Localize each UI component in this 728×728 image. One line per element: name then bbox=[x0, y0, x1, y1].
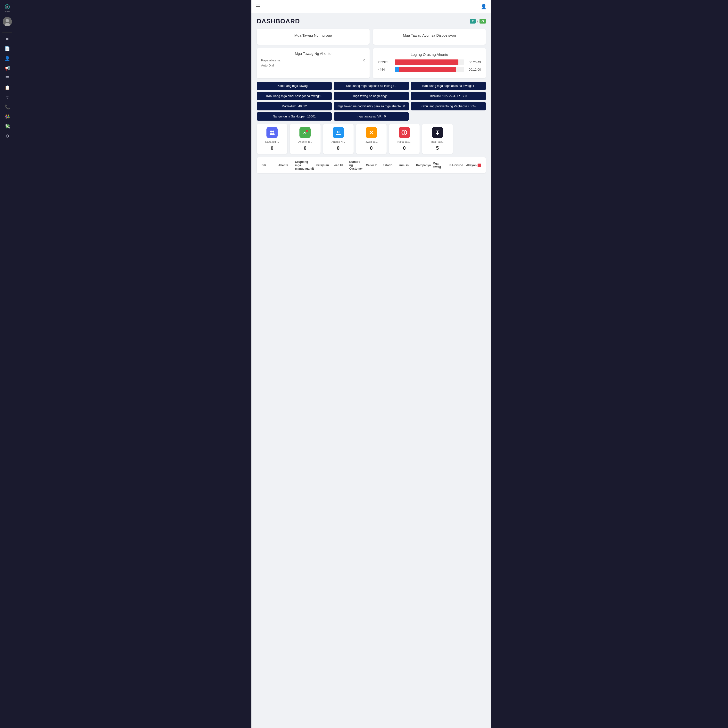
top-cards-row: Mga Tawag Ng Ingroup Mga Tawag Ayon sa D… bbox=[257, 29, 486, 44]
aksyon-label: Aksyon bbox=[466, 164, 477, 167]
ingroup-card: Mga Tawag Ng Ingroup bbox=[257, 29, 370, 44]
th-mga-tawag: Mga tawag bbox=[432, 162, 448, 169]
hour-log-id-0: 232323 bbox=[378, 60, 392, 64]
metric-card-1: Ahente In... 0 bbox=[290, 124, 320, 154]
agent-calls-label-0: Papalabas na bbox=[261, 58, 280, 62]
agent-calls-title: Mga Tawag Ng Ahente bbox=[261, 52, 365, 55]
hour-log-id-1: 4444 bbox=[378, 68, 392, 71]
metric-label-1: Ahente In... bbox=[298, 140, 312, 144]
metric-card-3: Tawag sa ... 0 bbox=[356, 124, 387, 154]
stat-btn-6[interactable]: Mada-dial: 548532 bbox=[257, 102, 332, 110]
agent-calls-label-1: Auto Dial bbox=[261, 64, 274, 67]
metric-icon-wrap-2: i bbox=[333, 127, 344, 138]
sidebar: D DIALER ■ 📄 👤 📢 ☰ 📋 ▿ 📞 👫 💸 ⚙ bbox=[0, 0, 15, 728]
metric-label-3: Tawag sa ... bbox=[364, 140, 379, 144]
th-grupo: Grupo ng mga manggagamit bbox=[294, 160, 315, 170]
metric-icon-wrap-1 bbox=[300, 127, 310, 138]
bar-container-1 bbox=[395, 67, 464, 72]
contacts-icon[interactable]: 👫 bbox=[3, 113, 11, 121]
bar-fill-0 bbox=[395, 60, 459, 65]
dashboard-icon[interactable]: ■ bbox=[3, 35, 11, 43]
metric-value-0: 0 bbox=[271, 145, 273, 151]
metric-value-4: 0 bbox=[403, 145, 406, 151]
stat-btn-10[interactable]: mga tawag sa IVR : 0 bbox=[334, 112, 408, 121]
page-header: DASHBOARD T / G bbox=[257, 17, 486, 25]
sidebar-divider-1 bbox=[2, 32, 12, 33]
metric-icon-wrap-4 bbox=[399, 127, 410, 138]
svg-point-8 bbox=[272, 130, 274, 133]
metric-card-4: Naka-pau... 0 bbox=[389, 124, 419, 154]
topbar-left: ☰ bbox=[256, 4, 260, 9]
stat-btn-1[interactable]: Kabuuang mga papasok na tawag : 0 bbox=[334, 82, 408, 90]
svg-rect-15 bbox=[336, 134, 341, 135]
stats-grid: Kabuuang mga Tawag: 1 Kabuuang mga papas… bbox=[257, 82, 486, 121]
topbar: ☰ 👤 bbox=[251, 0, 491, 13]
th-lead-id: Lead Id bbox=[332, 164, 348, 167]
th-estado: Estado bbox=[382, 164, 398, 167]
filter-icon[interactable]: ▿ bbox=[3, 93, 11, 101]
reports-icon[interactable]: 📄 bbox=[3, 44, 11, 53]
th-caller-id: Caller Id bbox=[365, 164, 382, 167]
metric-icon-wrap-5 bbox=[432, 127, 443, 138]
agent-calls-card: Mga Tawag Ng Ahente Papalabas na 0 Auto … bbox=[257, 48, 370, 78]
th-sip: SIP bbox=[261, 164, 277, 167]
bar-blue-accent bbox=[395, 67, 399, 72]
svg-text:D: D bbox=[6, 6, 8, 9]
settings-icon[interactable]: ⚙ bbox=[3, 132, 11, 140]
avatar[interactable] bbox=[3, 17, 12, 26]
hour-log-row-1: 4444 00:12:00 bbox=[378, 67, 481, 72]
stat-btn-7[interactable]: mga tawag na naghihintay para sa mga ahe… bbox=[334, 102, 408, 110]
hour-log-time-1: 00:12:00 bbox=[466, 68, 481, 71]
header-badges: T / G bbox=[470, 19, 486, 23]
th-numero: Numero ng Customer bbox=[348, 160, 365, 170]
disposition-card: Mga Tawag Ayon sa Disposisyon bbox=[373, 29, 486, 44]
metric-value-5: 5 bbox=[436, 145, 439, 151]
stat-btn-4[interactable]: mga tawag na nagri-ring: 0 bbox=[334, 92, 408, 100]
stat-btn-8[interactable]: Kabuuang porsyento ng Pagbagsak : 0% bbox=[411, 102, 486, 110]
th-katayuan: Katayuan bbox=[315, 164, 332, 167]
campaign-icon[interactable]: 📢 bbox=[3, 64, 11, 72]
bar-container-0 bbox=[395, 60, 464, 65]
table-header: SIP Ahente Grupo ng mga manggagamit Kata… bbox=[257, 157, 486, 173]
metric-value-1: 0 bbox=[304, 145, 306, 151]
hamburger-icon[interactable]: ☰ bbox=[256, 4, 260, 9]
stat-btn-5[interactable]: BINABA / NASAGOT : 0 / 0 bbox=[411, 92, 486, 100]
hour-log-row-0: 232323 00:26:49 bbox=[378, 60, 481, 65]
agent-calls-value-0: 0 bbox=[364, 58, 365, 62]
disposition-title: Mga Tawag Ayon sa Disposisyon bbox=[378, 33, 481, 37]
stat-btn-0[interactable]: Kabuuang mga Tawag: 1 bbox=[257, 82, 332, 90]
badge-g: G bbox=[480, 19, 486, 23]
agent-icon[interactable]: 👤 bbox=[3, 54, 11, 63]
hour-log-card: Log ng Oras ng Ahente 232323 00:26:49 44… bbox=[373, 48, 486, 78]
page-title: DASHBOARD bbox=[257, 17, 300, 25]
user-icon[interactable]: 👤 bbox=[481, 4, 487, 9]
badge-t: T bbox=[470, 19, 476, 23]
billing-icon[interactable]: 💸 bbox=[3, 122, 11, 130]
list-icon[interactable]: ☰ bbox=[3, 74, 11, 82]
th-ahente: Ahente bbox=[277, 164, 294, 167]
aksyon-red-square[interactable] bbox=[477, 164, 481, 167]
app-logo: D DIALER bbox=[2, 2, 12, 13]
stat-btn-2[interactable]: Kabuuang mga papalabas na tawag: 1 bbox=[411, 82, 486, 90]
content: DASHBOARD T / G Mga Tawag Ng Ingroup Mga… bbox=[251, 13, 491, 728]
th-sa-grupo: SA-Grupo bbox=[448, 164, 465, 167]
badge-slash: / bbox=[477, 20, 478, 23]
second-cards-row: Mga Tawag Ng Ahente Papalabas na 0 Auto … bbox=[257, 48, 486, 78]
metric-label-4: Naka-pau... bbox=[398, 140, 411, 144]
phone-icon[interactable]: 📞 bbox=[3, 103, 11, 111]
svg-point-10 bbox=[272, 133, 275, 135]
th-mmss: mm:ss bbox=[398, 164, 415, 167]
metric-icon-wrap-3 bbox=[366, 127, 377, 138]
metrics-row: Naka-log ... 0 Ahente In... 0 i Ahente N… bbox=[257, 124, 486, 154]
th-aksyon: Aksyon bbox=[465, 164, 482, 167]
svg-text:DIALER: DIALER bbox=[5, 11, 10, 12]
stat-btn-3[interactable]: Kabuuang mga hindi nasagot na tawag: 0 bbox=[257, 92, 332, 100]
svg-point-7 bbox=[270, 130, 272, 133]
topbar-right: 👤 bbox=[481, 4, 487, 9]
metric-value-3: 0 bbox=[370, 145, 373, 151]
file-icon[interactable]: 📋 bbox=[3, 84, 11, 92]
svg-point-5 bbox=[6, 19, 9, 22]
hour-log-title: Log ng Oras ng Ahente bbox=[378, 52, 481, 57]
stat-btn-9[interactable]: Nangunguna Sa Hopper: 15001 bbox=[257, 112, 332, 121]
metric-label-2: Ahente N... bbox=[332, 140, 345, 144]
